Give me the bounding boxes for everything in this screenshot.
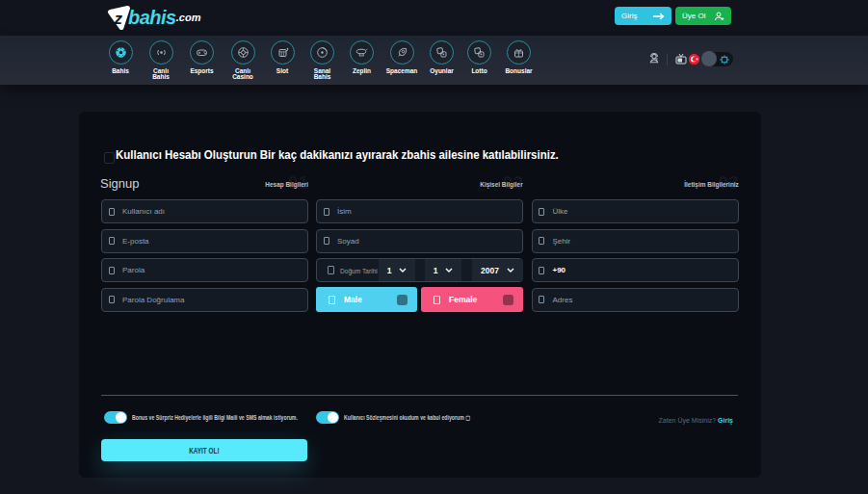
svg-text:z: z	[114, 10, 123, 28]
